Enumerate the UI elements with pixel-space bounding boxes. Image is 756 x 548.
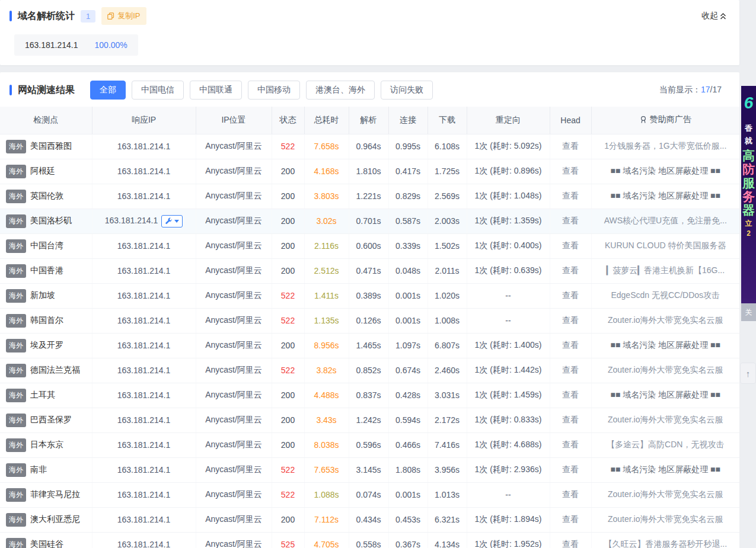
- cell-head: 查看: [550, 283, 591, 308]
- view-head-link[interactable]: 查看: [562, 539, 579, 548]
- view-head-link[interactable]: 查看: [562, 191, 579, 200]
- region-tag: 海外: [6, 339, 26, 352]
- table-row: 海外中国台湾163.181.214.1Anycast/阿里云2002.116s0…: [0, 233, 739, 258]
- sponsor-ad-link[interactable]: ▎菠萝云▎香港主机换新【16G...: [606, 265, 725, 275]
- sponsor-ad-link[interactable]: Zouter.io海外大带宽免实名云服: [608, 489, 723, 499]
- view-head-link[interactable]: 查看: [562, 315, 579, 325]
- cell-total-time: 4.488s: [304, 383, 349, 408]
- dns-card-title: 域名解析统计: [18, 10, 75, 23]
- cell-status: 200: [272, 432, 304, 457]
- ad-big-char: 防: [742, 162, 755, 176]
- view-head-link[interactable]: 查看: [562, 265, 579, 275]
- cell-total-time: 4.168s: [304, 159, 349, 184]
- filter-tab-5[interactable]: 访问失败: [381, 81, 433, 100]
- cell-sponsor-ad: EdgeScdn 无视CC/DDos攻击: [591, 283, 739, 308]
- table-row: 海外韩国首尔163.181.214.1Anycast/阿里云5221.135s0…: [0, 308, 739, 333]
- cell-download-time: 6.108s: [428, 134, 467, 159]
- region-tag: 海外: [6, 463, 26, 477]
- sponsor-ad-link[interactable]: ■■ 域名污染 地区屏蔽处理 ■■: [611, 340, 721, 350]
- view-head-link[interactable]: 查看: [562, 464, 579, 474]
- cell-sponsor-ad: Zouter.io海外大带宽免实名云服: [591, 308, 739, 333]
- copy-icon: [107, 12, 114, 20]
- cell-dns-time: 0.596s: [349, 432, 388, 457]
- cell-connect-time: 1.808s: [388, 457, 428, 482]
- cell-detection-point: 海外巴西圣保罗: [0, 408, 92, 432]
- view-head-link[interactable]: 查看: [562, 365, 579, 374]
- view-head-link[interactable]: 查看: [562, 514, 579, 524]
- sponsor-ad-link[interactable]: 【久旺云】香港服务器秒开秒退...: [604, 539, 727, 548]
- sponsor-ad-link[interactable]: ■■ 域名污染 地区屏蔽处理 ■■: [611, 191, 721, 200]
- sponsor-ad-link[interactable]: 1分钱服务器，1G大带宽低价服...: [604, 141, 726, 150]
- view-head-link[interactable]: 查看: [562, 440, 579, 449]
- view-head-link[interactable]: 查看: [562, 489, 579, 499]
- sponsor-ad-link[interactable]: 【多途云】高防CDN，无视攻击: [607, 440, 724, 449]
- cell-detection-point: 海外阿根廷: [0, 159, 92, 184]
- filter-tab-4[interactable]: 港澳台、海外: [306, 81, 375, 100]
- response-ip-value: 163.181.214.1: [117, 341, 171, 350]
- cell-head: 查看: [550, 358, 591, 383]
- filter-tab-0[interactable]: 全部: [90, 81, 126, 100]
- cell-sponsor-ad: ▎菠萝云▎香港主机换新【16G...: [591, 258, 739, 283]
- ip-percentage: 100.00%: [95, 40, 127, 50]
- ad-big-char: 服: [742, 176, 755, 190]
- sponsor-ad-link[interactable]: Zouter.io海外大带宽免实名云服: [608, 365, 723, 374]
- view-head-link[interactable]: 查看: [562, 290, 579, 300]
- cell-connect-time: 0.587s: [388, 209, 428, 233]
- filter-tab-2[interactable]: 中国联通: [190, 81, 242, 100]
- diagnose-tool-button[interactable]: [161, 215, 183, 227]
- up-arrow-icon: ↑: [746, 368, 751, 379]
- view-head-link[interactable]: 查看: [562, 166, 579, 175]
- ip-stat-chip[interactable]: 163.181.214.1 100.00%: [14, 34, 138, 56]
- view-head-link[interactable]: 查看: [562, 390, 579, 399]
- sponsor-ad-link[interactable]: Zouter.io海外大带宽免实名云服: [608, 415, 723, 424]
- location-name: 中国香港: [30, 265, 63, 275]
- cell-total-time: 8.956s: [304, 333, 349, 358]
- view-head-link[interactable]: 查看: [562, 216, 579, 225]
- view-head-link[interactable]: 查看: [562, 241, 579, 250]
- sponsor-ad-link[interactable]: ■■ 域名污染 地区屏蔽处理 ■■: [611, 464, 721, 474]
- filter-tab-1[interactable]: 中国电信: [132, 81, 184, 100]
- cell-detection-point: 海外德国法兰克福: [0, 358, 92, 383]
- response-ip-value: 163.181.214.1: [117, 291, 171, 300]
- sponsor-ad-link[interactable]: ■■ 域名污染 地区屏蔽处理 ■■: [611, 166, 721, 175]
- sponsor-ad-link[interactable]: AWS核心代理U充值，免注册免...: [604, 216, 727, 225]
- cell-download-time: 4.134s: [428, 532, 467, 548]
- cell-sponsor-ad: ■■ 域名污染 地区屏蔽处理 ■■: [591, 184, 739, 209]
- collapse-button[interactable]: 收起: [698, 10, 730, 22]
- header-response-ip: 响应IP: [92, 107, 196, 134]
- cell-response-ip: 163.181.214.1: [92, 457, 196, 482]
- cell-dns-time: 1.221s: [349, 184, 388, 209]
- cell-download-time: 6.807s: [428, 333, 467, 358]
- cell-detection-point: 海外美国硅谷: [0, 532, 92, 548]
- response-ip-value: 163.181.214.1: [117, 241, 171, 251]
- cell-status: 200: [272, 159, 304, 184]
- filter-tab-3[interactable]: 中国移动: [248, 81, 300, 100]
- cell-head: 查看: [550, 532, 591, 548]
- region-tag: 海外: [6, 190, 26, 203]
- ad-big-chars: 高防服务器: [742, 149, 755, 217]
- location-name: 新加坡: [30, 290, 55, 300]
- sidebar-ad-banner[interactable]: 6 香就 高防服务器 立2 关: [741, 86, 756, 321]
- cell-download-time: 1.013s: [428, 482, 467, 507]
- view-head-link[interactable]: 查看: [562, 415, 579, 424]
- sponsor-ad-link[interactable]: KURUN CLOUD 特价美国服务器: [605, 241, 726, 250]
- ad-top-chars: 香就: [745, 123, 752, 148]
- cell-response-ip: 163.181.214.1: [92, 233, 196, 258]
- cell-detection-point: 海外日本东京: [0, 432, 92, 457]
- sponsor-ad-link[interactable]: Zouter.io海外大带宽免实名云服: [608, 315, 723, 325]
- sponsor-ad-link[interactable]: EdgeScdn 无视CC/DDos攻击: [611, 290, 720, 300]
- cell-redirect: 1次 (耗时: 0.639s): [467, 258, 550, 283]
- sponsor-ad-link[interactable]: ■■ 域名污染 地区屏蔽处理 ■■: [611, 390, 721, 399]
- region-tag: 海外: [6, 239, 26, 253]
- sponsor-ad-link[interactable]: Zouter.io海外大带宽免实名云服: [608, 514, 723, 524]
- copy-ip-button[interactable]: 复制IP: [101, 7, 146, 25]
- view-head-link[interactable]: 查看: [562, 141, 579, 150]
- view-head-link[interactable]: 查看: [562, 340, 579, 350]
- back-to-top-button[interactable]: ↑: [740, 363, 756, 384]
- cell-connect-time: 0.453s: [388, 507, 428, 532]
- cell-total-time: 7.658s: [304, 134, 349, 159]
- table-row: 海外美国西雅图163.181.214.1Anycast/阿里云5227.658s…: [0, 134, 739, 159]
- table-row: 海外阿根廷163.181.214.1Anycast/阿里云2004.168s1.…: [0, 159, 739, 184]
- ad-close-button[interactable]: 关: [741, 303, 756, 321]
- region-tag: 海外: [6, 438, 26, 452]
